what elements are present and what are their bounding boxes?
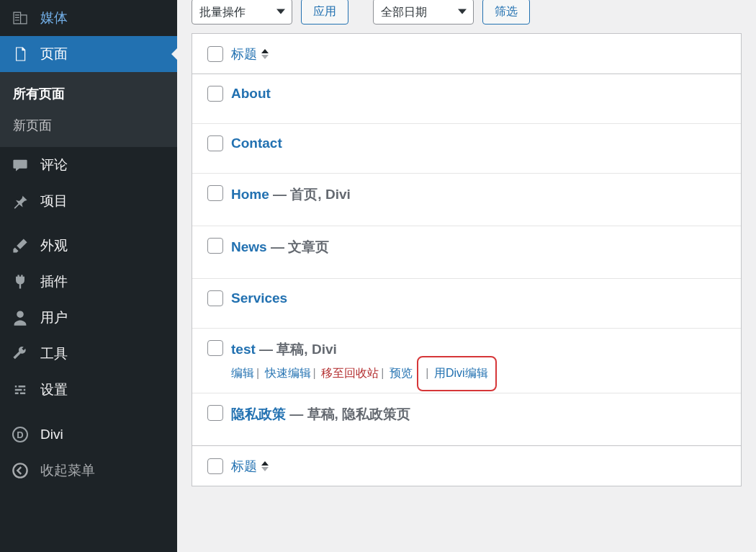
sidebar-item-label: 用户 — [40, 308, 68, 327]
pages-icon — [10, 44, 30, 64]
table-row: News — 文章页 — [192, 226, 741, 279]
sidebar-item-tools[interactable]: 工具 — [0, 336, 177, 372]
table-row: Home — 首页, Divi — [192, 174, 741, 226]
top-controls: 批量操作 应用 全部日期 筛选 — [192, 0, 742, 33]
row-actions: 编辑| 快速编辑| 移至回收站| 预览 | 用Divi编辑 — [231, 366, 734, 381]
sidebar-item-plugins[interactable]: 插件 — [0, 264, 177, 300]
sidebar-item-media[interactable]: 媒体 — [0, 0, 177, 36]
brush-icon — [10, 236, 30, 256]
row-state: — 草稿, 隐私政策页 — [286, 406, 410, 422]
sidebar-item-users[interactable]: 用户 — [0, 300, 177, 336]
row-title: Services — [231, 290, 734, 306]
admin-sidebar: 媒体 页面 所有页面 新页面 评论 项目 外观 插件 — [0, 0, 177, 552]
media-icon — [10, 8, 30, 28]
row-title: 隐私政策 — 草稿, 隐私政策页 — [231, 405, 734, 424]
svg-point-0 — [13, 463, 27, 477]
apply-button[interactable]: 应用 — [301, 0, 348, 25]
table-footer-row: 标题 — [192, 446, 741, 486]
pin-icon — [10, 191, 30, 211]
sidebar-item-divi[interactable]: D Divi — [0, 417, 177, 453]
submenu-new-page[interactable]: 新页面 — [0, 110, 177, 141]
row-checkbox[interactable] — [207, 86, 223, 102]
title-header-label: 标题 — [231, 45, 257, 63]
row-checkbox[interactable] — [207, 238, 223, 254]
row-state: — 文章页 — [267, 239, 330, 254]
submenu-all-pages[interactable]: 所有页面 — [0, 78, 177, 110]
page-title-link[interactable]: News — [231, 239, 267, 254]
sidebar-item-label: 项目 — [40, 192, 68, 210]
row-checkbox[interactable] — [207, 340, 223, 356]
row-checkbox[interactable] — [207, 405, 223, 421]
bulk-action-select-wrap: 批量操作 — [192, 0, 292, 25]
sidebar-item-appearance[interactable]: 外观 — [0, 228, 177, 264]
row-state: — 首页, Divi — [269, 187, 351, 202]
title-footer-label: 标题 — [231, 458, 257, 475]
sidebar-item-label: 外观 — [40, 236, 68, 255]
date-filter-select[interactable]: 全部日期 — [373, 0, 474, 25]
action-divi-edit[interactable]: 用Divi编辑 — [434, 367, 488, 379]
table-row: test — 草稿, Divi 编辑| 快速编辑| 移至回收站| 预览 | 用D… — [192, 329, 741, 393]
sidebar-item-label: 媒体 — [40, 9, 68, 27]
sidebar-item-label: 工具 — [40, 344, 68, 363]
user-icon — [10, 308, 30, 328]
plugin-icon — [10, 272, 30, 292]
action-preview[interactable]: 预览 — [390, 367, 413, 379]
page-title-link[interactable]: Home — [231, 187, 269, 202]
sort-indicator-icon — [261, 460, 269, 472]
table-row: Services — [192, 279, 741, 329]
action-trash[interactable]: 移至回收站 — [321, 367, 379, 379]
table-row: 隐私政策 — 草稿, 隐私政策页 — [192, 393, 741, 446]
page-title-link[interactable]: Contact — [231, 135, 282, 151]
page-title-link[interactable]: 隐私政策 — [231, 406, 286, 422]
table-row: Contact — [192, 124, 741, 174]
title-column-footer[interactable]: 标题 — [231, 458, 734, 475]
row-title: Contact — [231, 135, 734, 151]
title-column-header[interactable]: 标题 — [231, 45, 734, 63]
wrench-icon — [10, 344, 30, 364]
action-edit[interactable]: 编辑 — [231, 367, 254, 379]
select-all-checkbox-footer[interactable] — [207, 458, 223, 474]
sidebar-item-label: 插件 — [40, 272, 68, 291]
table-row: About — [192, 74, 741, 124]
comments-icon — [10, 155, 30, 175]
sidebar-item-label: 设置 — [40, 380, 68, 399]
sidebar-item-label: 评论 — [40, 156, 68, 174]
highlight-box: | 用Divi编辑 — [417, 356, 496, 391]
sidebar-item-label: 页面 — [40, 45, 68, 63]
page-title-link[interactable]: About — [231, 86, 271, 101]
row-checkbox[interactable] — [207, 185, 223, 201]
sidebar-item-settings[interactable]: 设置 — [0, 372, 177, 408]
page-title-link[interactable]: test — [231, 342, 256, 357]
page-title-link[interactable]: Services — [231, 290, 287, 306]
divi-icon: D — [10, 424, 30, 445]
bulk-action-select[interactable]: 批量操作 — [192, 0, 292, 25]
row-checkbox[interactable] — [207, 290, 223, 306]
collapse-icon — [10, 460, 30, 481]
date-filter-select-wrap: 全部日期 — [373, 0, 474, 25]
pages-table: 标题 About Contact — [192, 33, 742, 486]
settings-icon — [10, 380, 30, 400]
sidebar-submenu-pages: 所有页面 新页面 — [0, 72, 177, 147]
row-state: — 草稿, Divi — [256, 342, 337, 357]
sort-indicator-icon — [261, 48, 269, 60]
sidebar-item-label: 收起菜单 — [40, 461, 95, 480]
row-checkbox[interactable] — [207, 135, 223, 151]
sidebar-item-pages[interactable]: 页面 — [0, 36, 177, 72]
sidebar-item-projects[interactable]: 项目 — [0, 183, 177, 219]
sidebar-item-label: Divi — [40, 427, 63, 442]
row-title: News — 文章页 — [231, 238, 734, 257]
table-header-row: 标题 — [192, 34, 741, 74]
sidebar-item-collapse[interactable]: 收起菜单 — [0, 453, 177, 489]
select-all-checkbox[interactable] — [207, 46, 223, 62]
main-content: 批量操作 应用 全部日期 筛选 标题 Abou — [177, 0, 756, 552]
action-quick-edit[interactable]: 快速编辑 — [265, 367, 311, 379]
sidebar-item-comments[interactable]: 评论 — [0, 147, 177, 183]
row-title: Home — 首页, Divi — [231, 185, 734, 204]
filter-button[interactable]: 筛选 — [482, 0, 530, 25]
row-title: About — [231, 86, 734, 102]
